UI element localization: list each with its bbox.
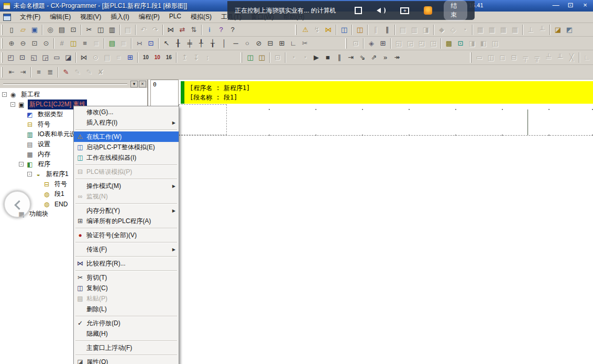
rung-comment-header[interactable]: [程序名 : 新程序1] [段名称 : 段1] <box>181 81 593 104</box>
horizontal-line-button[interactable]: ─ <box>230 38 241 49</box>
panel-close-button[interactable]: × <box>139 81 146 87</box>
stack-button[interactable]: ◈ <box>366 38 377 49</box>
menu-copy[interactable]: ◫复制(C) <box>74 283 179 293</box>
new-button[interactable]: ▯ <box>6 24 17 36</box>
step-over-button[interactable]: ⇗ <box>368 52 380 63</box>
monitor-button[interactable]: ⋈ <box>323 24 334 36</box>
properties-window-button[interactable]: ◪ <box>62 52 74 63</box>
pause-button[interactable]: ∥ <box>381 24 393 36</box>
select-tool-button[interactable]: ↖ <box>161 38 172 49</box>
info-button[interactable]: i <box>204 24 215 36</box>
address-reference-tool-button[interactable]: ⊞ <box>124 52 136 63</box>
menu-work-online-simulator[interactable]: ◫工作在线模拟器(I) <box>74 152 179 163</box>
sunflower-brand-icon[interactable] <box>424 6 432 15</box>
print-button[interactable]: ▤ <box>56 24 68 36</box>
radix-decimal-button[interactable]: 10 <box>140 52 151 63</box>
step-run-button[interactable]: ⇥ <box>345 52 357 63</box>
contact-down-button[interactable]: ╁ <box>207 38 218 49</box>
continuous-step-button[interactable]: » <box>380 52 391 63</box>
menu-delete[interactable]: 删除(L) <box>74 304 179 314</box>
toolbar-grip[interactable] <box>1 67 4 78</box>
mnemonic-view-button[interactable]: ∺ <box>134 38 145 49</box>
tree-item[interactable]: -◉新工程 <box>0 90 147 100</box>
contact-up-button[interactable]: ╀ <box>195 38 207 49</box>
find-next-button[interactable]: ⇅ <box>188 24 200 36</box>
output-window-button[interactable]: ≡ <box>79 38 91 49</box>
sim-pause-button[interactable]: ∥ <box>334 52 345 63</box>
delete-line-button[interactable]: ✂ <box>299 38 311 49</box>
vertical-line-button[interactable]: │ <box>218 38 230 49</box>
print-preview-button[interactable]: ⊡ <box>68 24 79 36</box>
menubar-item-6[interactable]: PLC <box>164 11 186 23</box>
fullscreen-icon[interactable] <box>355 7 362 14</box>
overlay-back-button[interactable] <box>3 190 31 218</box>
menubar-item-2[interactable]: 编辑(E) <box>45 11 75 23</box>
menu-start-plc-pt-simulation[interactable]: ◫启动PLC-PT整体模拟(E) <box>74 142 179 152</box>
radix-signed-decimal-button[interactable]: 10 <box>151 52 163 63</box>
paste-button[interactable]: ▥ <box>106 24 118 36</box>
contact-nc-button[interactable]: ╪ <box>184 38 195 49</box>
save-button[interactable]: ▣ <box>29 24 40 36</box>
set-password-button[interactable]: ◪ <box>552 24 564 36</box>
speaker-icon[interactable] <box>377 7 386 14</box>
symbol-table-button[interactable]: ◫ <box>68 38 79 49</box>
step-in-button[interactable]: ⇘ <box>357 52 368 63</box>
indent-decrease-button[interactable]: ⇤ <box>6 67 17 78</box>
toolbar-grip[interactable] <box>295 25 298 35</box>
context-help-button[interactable]: ? <box>227 24 238 36</box>
menubar-item-4[interactable]: 插入(I) <box>106 11 134 23</box>
menu-validate-symbols-all[interactable]: ●验证符号(全部)(V) <box>74 230 179 240</box>
menu-allow-docking[interactable]: ✓允许停放(D) <box>74 318 179 328</box>
zoom-fit-button[interactable]: ⊡ <box>29 38 40 49</box>
coil-button[interactable]: ○ <box>241 38 253 49</box>
help-button[interactable]: ? <box>215 24 227 36</box>
online-simulator-button[interactable]: ◫ <box>338 24 350 36</box>
ladder-window-button[interactable]: ⊡ <box>16 52 28 63</box>
display-plus-icon[interactable]: + <box>400 7 409 14</box>
menu-float-in-main-window[interactable]: 主窗口上浮动(F) <box>74 343 179 353</box>
find-reference-button[interactable]: ⋈ <box>78 52 90 63</box>
find-button[interactable]: ⋈ <box>165 24 177 36</box>
grid-toggle-button[interactable]: # <box>56 38 68 49</box>
work-online-button[interactable]: ⚠ <box>300 24 311 36</box>
menu-compile-all-plc-programs[interactable]: ⊞编译所有的PLC程序(A) <box>74 216 179 226</box>
release-password-button[interactable]: ◩ <box>564 24 575 36</box>
menu-operating-mode[interactable]: 操作模式(M)▶ <box>74 181 179 191</box>
sim-stop-button[interactable]: ■ <box>322 52 334 63</box>
document-find-button[interactable]: ◎ <box>45 24 56 36</box>
diff-monitor-button[interactable]: ⊡ <box>455 38 466 49</box>
menu-modify[interactable]: 修改(G)... <box>74 107 179 117</box>
menubar-item-1[interactable]: 文件(F) <box>15 11 45 23</box>
rung-comment-button[interactable]: ▤ <box>106 38 118 49</box>
fb-instruction-button[interactable]: ⊞ <box>276 38 288 49</box>
toolbar-grip[interactable] <box>345 38 348 49</box>
selected-cell[interactable] <box>179 104 227 135</box>
indent-increase-button[interactable]: ⇥ <box>17 67 29 78</box>
tree-expand-box[interactable]: - <box>10 102 15 107</box>
menubar-item-3[interactable]: 视图(V) <box>75 11 106 23</box>
fb-parameter-button[interactable]: ∟ <box>288 38 299 49</box>
scan-run-button[interactable]: ↠ <box>391 52 403 63</box>
mnemonic-window-button[interactable]: ◱ <box>28 52 39 63</box>
tree-expand-box[interactable]: - <box>19 162 24 167</box>
open-button[interactable]: ▱ <box>17 24 29 36</box>
instruction-button[interactable]: ⊟ <box>265 38 276 49</box>
restore-button[interactable]: ⊡ <box>566 1 575 9</box>
compile-plc-button[interactable]: ⊞ <box>377 38 389 49</box>
menu-work-online[interactable]: ⚠在线工作(W) <box>74 131 179 142</box>
menu-compare-program[interactable]: ⋈比较程序(R)... <box>74 258 179 269</box>
watch-sheet-button[interactable]: ▩ <box>443 38 455 49</box>
minimize-button[interactable]: — <box>551 1 561 9</box>
toolbar-grip[interactable] <box>1 38 4 49</box>
zoom-in-button[interactable]: ⊕ <box>6 38 17 49</box>
end-session-button[interactable]: 结束 <box>444 0 467 21</box>
show-rung-comments-button[interactable]: ≣ <box>45 67 56 78</box>
toolbar-grip[interactable] <box>1 52 3 63</box>
menu-cut[interactable]: ✂剪切(T) <box>74 272 179 283</box>
replace-button[interactable]: ⇄ <box>177 24 188 36</box>
toolbar-grip[interactable] <box>240 52 243 63</box>
menubar-item-5[interactable]: 编程(P) <box>134 11 164 23</box>
ladder-view-button[interactable]: ⊡ <box>145 38 157 49</box>
simulator-connect-button[interactable]: ◫ <box>256 52 268 63</box>
panel-pin-button[interactable]: ▾ <box>130 81 138 87</box>
